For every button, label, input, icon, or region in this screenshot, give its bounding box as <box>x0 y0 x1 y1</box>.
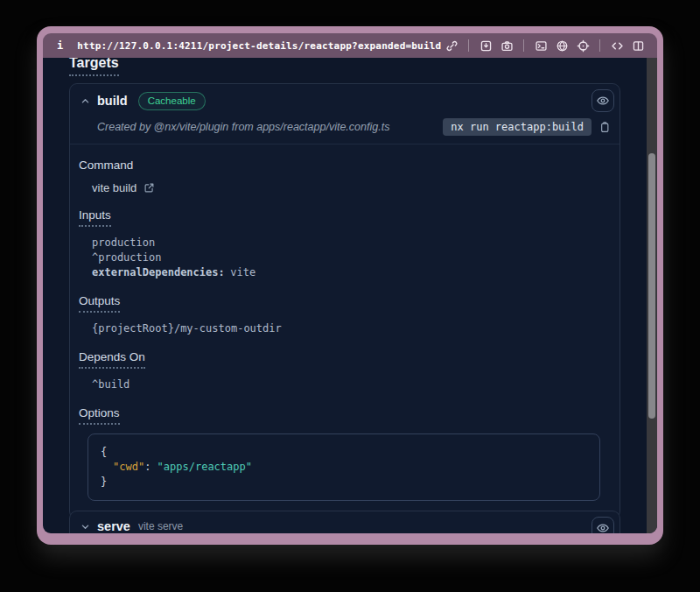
json-cwd-line: "cwd": "apps/reactapp" <box>101 460 587 475</box>
link-icon[interactable] <box>444 37 459 54</box>
json-value: "apps/reactapp" <box>158 461 252 473</box>
outputs-label[interactable]: Outputs <box>79 294 120 313</box>
section-depends-on: Depends On ^build <box>79 349 600 392</box>
section-inputs: Inputs production ^production externalDe… <box>79 207 600 280</box>
page-title: Targets <box>69 58 620 76</box>
inputs-label[interactable]: Inputs <box>79 208 111 227</box>
toolbar-separator <box>523 39 524 52</box>
build-card-body: Command vite build <box>70 144 620 518</box>
build-card-header: build Cacheable Created <box>70 84 620 144</box>
code-icon[interactable] <box>609 37 625 54</box>
external-link-icon[interactable] <box>144 182 155 194</box>
input-row: production <box>92 236 600 250</box>
json-open-brace: { <box>101 445 587 460</box>
web-content: Targets build Cacheable <box>43 58 657 533</box>
input-dep-value: vite <box>230 266 256 278</box>
chevron-up-icon[interactable] <box>79 96 91 106</box>
screenshot-stage: i http://127.0.0.1:4211/project-details/… <box>0 0 700 592</box>
crosshair-icon[interactable] <box>575 37 591 54</box>
cacheable-badge: Cacheable <box>138 92 206 110</box>
split-view-icon[interactable] <box>630 37 646 54</box>
browser-toolbar: i http://127.0.0.1:4211/project-details/… <box>43 33 657 58</box>
section-command: Command vite build <box>79 157 600 194</box>
section-outputs: Outputs {projectRoot}/my-custom-outdir <box>79 292 600 336</box>
section-options: Options { "cwd": "apps/reactapp" } <box>79 405 600 501</box>
json-colon: : <box>144 461 157 473</box>
scrollbar-thumb[interactable] <box>648 153 655 419</box>
input-dep-key: externalDependencies: <box>92 266 225 278</box>
json-key: "cwd" <box>113 461 144 473</box>
run-command-chip[interactable]: nx run reactapp:build <box>443 118 592 136</box>
created-by-text: Created by @nx/vite/plugin from apps/rea… <box>97 121 443 133</box>
command-label: Command <box>79 159 133 172</box>
depends-on-row: ^build <box>92 377 600 392</box>
chevron-down-icon[interactable] <box>79 522 91 532</box>
target-name[interactable]: serve <box>97 519 130 533</box>
view-target-button[interactable] <box>592 517 614 533</box>
command-value: vite build <box>92 181 136 194</box>
depends-on-label[interactable]: Depends On <box>79 350 145 369</box>
options-label[interactable]: Options <box>79 406 120 425</box>
info-indicator: i <box>57 39 63 52</box>
globe-icon[interactable] <box>554 37 570 54</box>
toolbar-separator <box>468 39 469 52</box>
input-row: ^production <box>92 250 600 265</box>
target-command-preview: vite serve <box>138 520 183 532</box>
copy-icon[interactable] <box>598 121 611 133</box>
input-row: externalDependencies:vite <box>92 265 600 280</box>
output-row: {projectRoot}/my-custom-outdir <box>92 321 600 336</box>
toolbar-separator <box>599 39 600 52</box>
view-target-button[interactable] <box>592 89 614 112</box>
scrollbar-track[interactable] <box>647 58 657 533</box>
project-details-page: Targets build Cacheable <box>43 58 647 533</box>
options-json-block: { "cwd": "apps/reactapp" } <box>88 433 600 501</box>
url-text[interactable]: http://127.0.0.1:4211/project-details/re… <box>77 40 441 52</box>
target-card-serve: serve vite serve <box>69 511 620 533</box>
target-card-build: build Cacheable Created <box>69 83 620 519</box>
json-close-brace: } <box>101 475 587 490</box>
download-icon[interactable] <box>478 37 494 54</box>
browser-window: i http://127.0.0.1:4211/project-details/… <box>37 26 663 545</box>
camera-icon[interactable] <box>499 37 514 54</box>
target-name[interactable]: build <box>97 94 128 108</box>
terminal-icon[interactable] <box>533 37 549 54</box>
